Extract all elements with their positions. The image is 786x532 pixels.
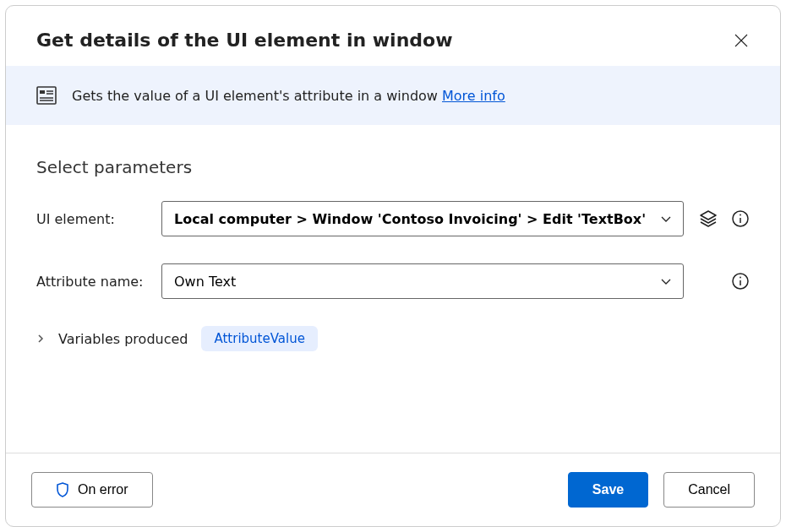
svg-rect-2 [37, 87, 56, 104]
svg-marker-8 [701, 211, 716, 220]
ui-element-label: UI element: [36, 211, 161, 227]
info-icon [731, 272, 750, 290]
parameters: UI element: Local computer > Window 'Con… [6, 201, 780, 453]
attribute-info-button[interactable] [731, 272, 750, 290]
ui-element-info-button[interactable] [731, 209, 750, 228]
ui-element-dropdown[interactable]: Local computer > Window 'Contoso Invoici… [161, 201, 684, 236]
variable-chip[interactable]: AttributeValue [201, 326, 317, 351]
attribute-name-row: Attribute name: Own Text [36, 263, 750, 299]
section-label: Select parameters [6, 125, 780, 201]
shield-icon [56, 482, 69, 497]
more-info-link[interactable]: More info [442, 88, 505, 104]
attribute-name-value: Own Text [174, 274, 236, 290]
close-button[interactable] [733, 32, 750, 49]
ui-element-value: Local computer > Window 'Contoso Invoici… [174, 211, 646, 227]
action-dialog: Get details of the UI element in window … [5, 5, 781, 527]
chevron-right-icon [36, 331, 45, 347]
form-icon [36, 86, 57, 105]
chevron-down-icon [659, 212, 673, 225]
save-button[interactable]: Save [568, 472, 648, 508]
on-error-label: On error [78, 482, 128, 497]
variables-produced-row[interactable]: Variables produced AttributeValue [36, 326, 750, 351]
dialog-footer: On error Save Cancel [6, 453, 780, 526]
variables-produced-label: Variables produced [58, 331, 188, 347]
chevron-down-icon [659, 274, 673, 288]
info-icon [731, 209, 750, 228]
layers-icon [699, 209, 718, 228]
attribute-name-label: Attribute name: [36, 274, 161, 290]
svg-rect-3 [40, 90, 45, 94]
dialog-title: Get details of the UI element in window [36, 30, 452, 51]
cancel-button[interactable]: Cancel [663, 472, 755, 508]
attribute-name-dropdown[interactable]: Own Text [161, 263, 684, 299]
dialog-header: Get details of the UI element in window [6, 6, 780, 66]
svg-point-11 [740, 214, 741, 216]
ui-element-picker-button[interactable] [699, 209, 718, 228]
close-icon [734, 34, 748, 47]
info-text: Gets the value of a UI element's attribu… [72, 88, 505, 104]
info-bar: Gets the value of a UI element's attribu… [6, 66, 780, 125]
on-error-button[interactable]: On error [31, 472, 153, 508]
ui-element-row: UI element: Local computer > Window 'Con… [36, 201, 750, 236]
svg-point-14 [740, 277, 741, 279]
